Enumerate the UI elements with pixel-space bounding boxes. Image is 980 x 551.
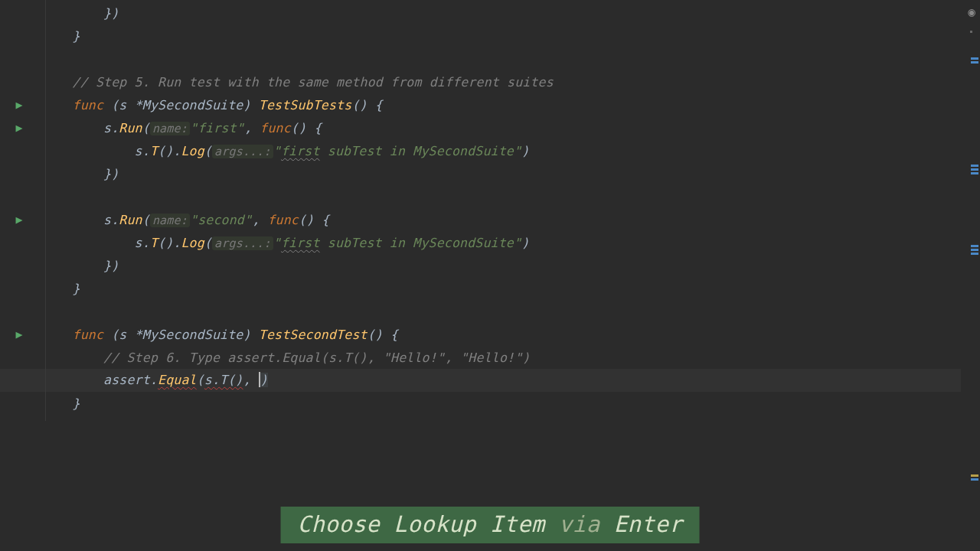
inspections-eye-icon[interactable]: ◉ — [968, 5, 975, 19]
code-line[interactable]: }) — [38, 167, 119, 181]
code-editor[interactable]: }) } // Step 5. Run test with the same m… — [0, 0, 961, 415]
run-gutter-icon[interactable]: ▶ — [15, 121, 22, 135]
code-line[interactable]: s.T().Log(args...:"first subTest in MySe… — [38, 144, 529, 158]
code-line[interactable]: func (s *MySecondSuite) TestSubTests() { — [38, 98, 383, 112]
run-gutter-icon[interactable]: ▶ — [15, 213, 22, 227]
code-line[interactable]: } — [38, 396, 80, 411]
code-line[interactable]: // Step 6. Type assert.Equal(s.T(), "Hel… — [38, 350, 530, 365]
run-gutter-icon[interactable]: ▶ — [15, 98, 22, 112]
error-stripe[interactable]: ◉ — [966, 0, 980, 551]
code-line[interactable]: } — [38, 29, 80, 44]
param-hint: args...: — [212, 145, 273, 158]
code-line[interactable]: func (s *MySecondSuite) TestSecondTest()… — [38, 328, 398, 342]
param-hint: args...: — [212, 236, 273, 250]
param-hint: name: — [150, 214, 190, 227]
code-line[interactable]: }) — [38, 6, 119, 21]
code-line-active[interactable]: assert.Equal(s.T(), ) — [38, 373, 268, 388]
text-cursor — [259, 372, 260, 387]
code-line[interactable]: s.T().Log(args...:"first subTest in MySe… — [38, 236, 529, 250]
code-line[interactable]: // Step 5. Run test with the same method… — [38, 75, 554, 90]
run-gutter-icon[interactable]: ▶ — [15, 328, 22, 341]
code-line[interactable]: }) — [38, 259, 119, 273]
param-hint: name: — [150, 122, 190, 135]
code-line[interactable]: s.Run(name:"first", func() { — [38, 121, 322, 135]
code-line[interactable]: } — [38, 282, 80, 296]
lesson-hint-banner: Choose Lookup Item via Enter — [281, 507, 700, 543]
code-line[interactable]: s.Run(name:"second", func() { — [38, 213, 330, 227]
